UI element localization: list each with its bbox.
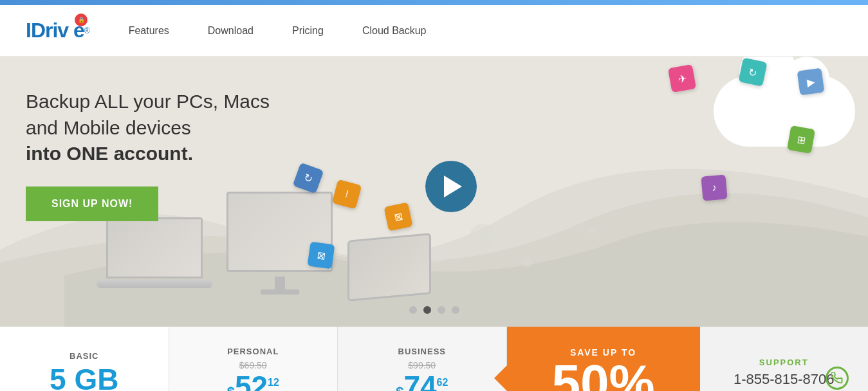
pricing-section: BASIC 5 GB FREE PERSONAL $69.50 $ 52 12 … <box>0 327 868 391</box>
float-icon-settings: ⊞ <box>787 125 815 154</box>
carousel-dot-4[interactable] <box>452 306 459 314</box>
support-label: SUPPORT <box>759 358 809 367</box>
float-icon-alert: ⊠ <box>383 202 412 231</box>
personal-price: $ 52 12 <box>227 372 279 392</box>
float-icon-sync: ↻ <box>738 57 767 86</box>
laptop-base <box>97 280 212 288</box>
save-banner[interactable]: SAVE UP TO 50% <box>507 327 700 391</box>
svg-point-1 <box>430 248 445 264</box>
laptop-screen <box>106 217 203 278</box>
basic-label: BASIC <box>69 351 98 361</box>
carousel-dot-2[interactable] <box>423 306 431 314</box>
save-percent: 50% <box>551 358 654 391</box>
carousel-dot-3[interactable] <box>438 306 445 314</box>
hero-section: Backup ALL your PCs, Macs and Mobile dev… <box>0 57 868 327</box>
tablet-device <box>347 233 431 304</box>
pricing-business[interactable]: BUSINESS $99.50 $ 74 62 FIRST YEAR <box>338 327 507 391</box>
pricing-personal[interactable]: PERSONAL $69.50 $ 52 12 FIRST YEAR <box>169 327 338 391</box>
cloud-shape <box>714 76 855 147</box>
nav-pricing[interactable]: Pricing <box>292 25 324 37</box>
hero-content: Backup ALL your PCs, Macs and Mobile dev… <box>26 89 283 221</box>
float-icon-music2: ♪ <box>701 174 727 201</box>
logo[interactable]: IDriv e 🔒 ® <box>26 19 90 42</box>
cloud-illustration <box>714 63 855 147</box>
personal-label: PERSONAL <box>227 347 279 356</box>
personal-main-price: 52 <box>235 372 268 392</box>
tablet-screen <box>347 233 431 301</box>
browser-bar <box>0 0 868 5</box>
svg-point-2 <box>522 257 533 268</box>
support-phone: 1-855-815-8706 <box>734 371 835 388</box>
business-label: BUSINESS <box>398 347 446 356</box>
business-main-price: 74 <box>403 372 436 392</box>
personal-original-price: $69.50 <box>239 360 267 370</box>
header: IDriv e 🔒 ® Features Download Pricing Cl… <box>0 5 868 57</box>
nav-features[interactable]: Features <box>129 25 169 37</box>
float-icon-refresh: ↻ <box>293 163 324 194</box>
signup-button[interactable]: SIGN UP NOW! <box>26 186 158 221</box>
support-section: SUPPORT 1-855-815-8706 Business days: 6:… <box>700 327 869 391</box>
business-dollar: $ <box>396 384 403 392</box>
carousel-dots <box>409 306 459 314</box>
laptop-device <box>97 217 212 301</box>
float-icon-music: ✈ <box>668 64 696 93</box>
main-nav: Features Download Pricing Cloud Backup <box>129 25 427 37</box>
play-triangle-icon <box>444 176 462 197</box>
business-cents: 62 <box>437 377 448 388</box>
personal-cents: 12 <box>268 377 279 388</box>
svg-point-0 <box>470 224 495 250</box>
carousel-dot-1[interactable] <box>409 306 417 314</box>
nav-download[interactable]: Download <box>208 25 254 37</box>
float-icon-photo: ⊠ <box>308 242 335 269</box>
hero-headline: Backup ALL your PCs, Macs and Mobile dev… <box>26 89 283 167</box>
logo-registered: ® <box>84 26 90 35</box>
svg-point-3 <box>588 226 596 234</box>
personal-dollar: $ <box>227 384 235 392</box>
monitor-base <box>261 289 299 295</box>
business-price: $ 74 62 <box>396 372 448 392</box>
pricing-basic[interactable]: BASIC 5 GB FREE <box>0 327 169 391</box>
play-button[interactable] <box>425 161 477 212</box>
logo-text: IDriv e 🔒 <box>26 19 84 42</box>
basic-size: 5 GB <box>50 365 118 391</box>
nav-cloud-backup[interactable]: Cloud Backup <box>362 25 427 37</box>
float-icon-video: ▶ <box>797 68 825 96</box>
monitor-stand <box>275 277 285 289</box>
phone-icon[interactable] <box>826 367 849 390</box>
business-original-price: $99.50 <box>408 360 436 370</box>
